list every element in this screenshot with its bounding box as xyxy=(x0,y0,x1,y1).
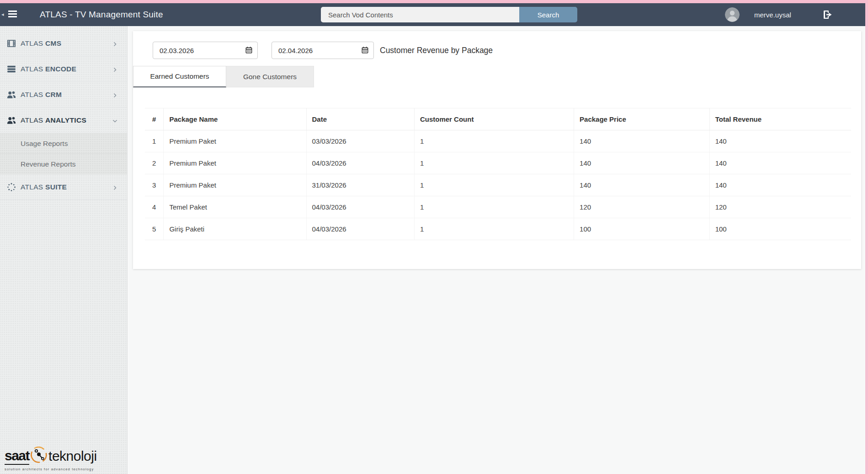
topbar: ◂ ATLAS - TV Management Suite Search mer… xyxy=(0,3,865,26)
table-cell: 1 xyxy=(414,196,574,218)
table-cell: 3 xyxy=(145,174,164,196)
table-cell: 120 xyxy=(709,196,851,218)
table-row: 3Premium Paket31/03/20261140140 xyxy=(145,174,851,196)
sidebar-item-crm[interactable]: ATLAS CRM xyxy=(0,82,127,108)
table-cell: 4 xyxy=(145,196,164,218)
sidebar: ATLAS CMSATLAS ENCODEATLAS CRMATLAS ANAL… xyxy=(0,26,128,474)
users-icon xyxy=(7,116,16,125)
table-cell: 140 xyxy=(574,152,710,174)
table-cell: 1 xyxy=(145,130,164,152)
table-cell: 1 xyxy=(414,174,574,196)
report-tabs: Earned CustomersGone Customers xyxy=(133,66,314,87)
table-cell: Premium Paket xyxy=(164,152,306,174)
table-cell: 140 xyxy=(709,174,851,196)
app-title: ATLAS - TV Management Suite xyxy=(40,10,163,20)
date-from-field xyxy=(153,42,258,59)
chevron-right-icon xyxy=(112,184,118,190)
date-to-field xyxy=(272,42,374,59)
table-cell: 5 xyxy=(145,218,164,240)
logo-word-teknoloji: teknoloji xyxy=(48,448,97,464)
report-card: Customer Revenue by Package Earned Custo… xyxy=(133,31,861,269)
column-header: Package Price xyxy=(574,108,710,130)
tab-earned-customers[interactable]: Earned Customers xyxy=(133,66,226,87)
tab-gone-customers[interactable]: Gone Customers xyxy=(226,66,314,87)
report-table-wrap: #Package NameDateCustomer CountPackage P… xyxy=(145,108,851,240)
table-cell: 1 xyxy=(414,152,574,174)
table-row: 5Giriş Paketi04/03/20261100100 xyxy=(145,218,851,240)
sidebar-nav: ATLAS CMSATLAS ENCODEATLAS CRMATLAS ANAL… xyxy=(0,26,127,200)
search-bar: Search xyxy=(321,7,577,22)
table-cell: 31/03/2026 xyxy=(306,174,414,196)
menu-toggle-button[interactable] xyxy=(8,11,17,18)
sidebar-item-suite[interactable]: ATLAS SUITE xyxy=(0,174,127,200)
logout-icon[interactable] xyxy=(822,9,833,20)
chevron-down-icon xyxy=(112,118,118,124)
column-header: # xyxy=(145,108,164,130)
table-cell: Premium Paket xyxy=(164,130,306,152)
table-cell: 03/03/2026 xyxy=(306,130,414,152)
column-header: Date xyxy=(306,108,414,130)
username: merve.uysal xyxy=(754,11,791,19)
table-cell: 140 xyxy=(709,152,851,174)
spinner-dots-icon xyxy=(7,183,16,192)
logo-word-saat: saat xyxy=(5,448,29,465)
chevron-right-icon xyxy=(112,92,118,98)
table-cell: 100 xyxy=(709,218,851,240)
sidebar-item-encode[interactable]: ATLAS ENCODE xyxy=(0,56,127,82)
table-cell: 140 xyxy=(574,130,710,152)
search-button[interactable]: Search xyxy=(519,7,577,22)
table-cell: Giriş Paketi xyxy=(164,218,306,240)
sidebar-submenu: Usage ReportsRevenue Reports xyxy=(0,133,127,174)
application-window: ◂ ATLAS - TV Management Suite Search mer… xyxy=(0,3,865,474)
table-cell: 2 xyxy=(145,152,164,174)
table-cell: 120 xyxy=(574,196,710,218)
table-cell: 140 xyxy=(709,130,851,152)
table-row: 1Premium Paket03/03/20261140140 xyxy=(145,130,851,152)
table-cell: 1 xyxy=(414,218,574,240)
saat-logo-icon xyxy=(30,445,48,464)
table-cell: 140 xyxy=(574,174,710,196)
encode-servers-icon xyxy=(7,65,16,74)
column-header: Package Name xyxy=(164,108,306,130)
table-cell: Premium Paket xyxy=(164,174,306,196)
table-cell: Temel Paket xyxy=(164,196,306,218)
table-cell: 1 xyxy=(414,130,574,152)
table-cell: 100 xyxy=(574,218,710,240)
page-title: Customer Revenue by Package xyxy=(380,46,493,55)
date-from-input[interactable] xyxy=(153,42,258,59)
table-cell: 04/03/2026 xyxy=(306,196,414,218)
table-row: 4Temel Paket04/03/20261120120 xyxy=(145,196,851,218)
table-cell: 04/03/2026 xyxy=(306,152,414,174)
column-header: Customer Count xyxy=(414,108,574,130)
sidebar-item-analytics[interactable]: ATLAS ANALYTICS xyxy=(0,108,127,133)
sidebar-subitem-revenue-reports[interactable]: Revenue Reports xyxy=(0,154,127,174)
report-table: #Package NameDateCustomer CountPackage P… xyxy=(145,108,851,240)
search-input[interactable] xyxy=(321,7,519,22)
date-to-input[interactable] xyxy=(272,42,374,59)
table-cell: 04/03/2026 xyxy=(306,218,414,240)
chevron-right-icon xyxy=(112,66,118,72)
user-avatar-icon xyxy=(725,7,740,22)
report-controls: Customer Revenue by Package xyxy=(153,42,493,59)
users-icon xyxy=(7,90,16,99)
film-icon xyxy=(7,39,16,48)
column-header: Total Revenue xyxy=(709,108,851,130)
collapse-caret-icon[interactable]: ◂ xyxy=(1,12,4,17)
main-content: Customer Revenue by Package Earned Custo… xyxy=(128,26,865,474)
table-row: 2Premium Paket04/03/20261140140 xyxy=(145,152,851,174)
avatar[interactable] xyxy=(725,7,740,22)
sidebar-item-cms[interactable]: ATLAS CMS xyxy=(0,31,127,56)
footer-logo: saat teknoloji s xyxy=(0,447,127,471)
chevron-right-icon xyxy=(112,41,118,47)
logo-tagline: solution architects for advanced technol… xyxy=(5,467,127,471)
sidebar-subitem-usage-reports[interactable]: Usage Reports xyxy=(0,133,127,154)
table-header-row: #Package NameDateCustomer CountPackage P… xyxy=(145,108,851,130)
